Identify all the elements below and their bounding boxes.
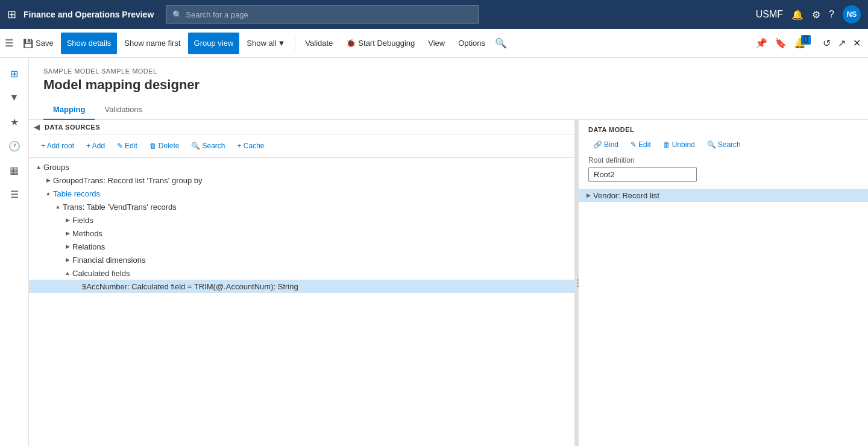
tree-item-methods[interactable]: ▶ Methods xyxy=(29,227,574,240)
start-debugging-button[interactable]: 🐞 Start Debugging xyxy=(340,33,421,54)
chevron-down-icon: ▼ xyxy=(277,39,285,48)
sidebar-item-recent[interactable]: 🕐 xyxy=(4,135,25,157)
root-definition-input[interactable] xyxy=(588,167,697,182)
cache-label: + Cache xyxy=(237,142,264,150)
data-model-toolbar: 🔗 Bind ✎ Edit 🗑 Unbind 🔍 xyxy=(588,138,858,151)
tree-item-trans[interactable]: ▲ Trans: Table 'VendTrans' records xyxy=(29,200,574,213)
tab-validations[interactable]: Validations xyxy=(95,100,152,120)
tree-item-grouped-trans[interactable]: ▶ GroupedTrans: Record list 'Trans' grou… xyxy=(29,174,574,187)
notification-count-icon[interactable]: 🔔0 xyxy=(791,35,818,51)
bind-icon: 🔗 xyxy=(593,140,602,149)
edit-icon: ✎ xyxy=(117,142,123,150)
tab-mapping[interactable]: Mapping xyxy=(43,100,95,120)
data-model-title: DATA MODEL xyxy=(588,126,858,133)
settings-icon[interactable]: ⚙ xyxy=(812,9,820,20)
relations-label: Relations xyxy=(72,242,105,251)
hamburger-icon[interactable]: ☰ xyxy=(5,37,13,49)
global-search-bar[interactable]: 🔍 xyxy=(166,5,479,24)
validate-button[interactable]: Validate xyxy=(299,33,339,54)
toggle-financial-dims[interactable]: ▶ xyxy=(63,255,72,265)
unbind-button[interactable]: 🗑 Unbind xyxy=(658,138,700,151)
bind-button[interactable]: 🔗 Bind xyxy=(588,138,623,151)
add-button[interactable]: + Add xyxy=(81,139,110,152)
show-details-button[interactable]: Show details xyxy=(61,33,118,54)
open-icon[interactable]: ↗ xyxy=(835,35,848,51)
global-search-input[interactable] xyxy=(186,10,473,19)
left-pane-toggle[interactable]: ◀ xyxy=(34,122,40,131)
tree-item-vendor[interactable]: ▶ Vendor: Record list xyxy=(579,189,868,202)
toggle-trans[interactable]: ▲ xyxy=(53,202,63,212)
toggle-fields[interactable]: ▶ xyxy=(63,215,72,225)
sidebar-item-filter[interactable]: ▼ xyxy=(4,87,25,108)
toggle-table-records[interactable]: ▲ xyxy=(43,189,53,198)
refresh-icon[interactable]: ↺ xyxy=(820,35,833,51)
save-button[interactable]: 💾 Save xyxy=(17,33,60,54)
tree-item-groups[interactable]: ▲ Groups xyxy=(29,160,574,174)
sidebar-item-workspace[interactable]: ▦ xyxy=(4,159,25,181)
dm-edit-button[interactable]: ✎ Edit xyxy=(626,138,656,151)
toggle-grouped-trans[interactable]: ▶ xyxy=(43,175,53,185)
search-button[interactable]: 🔍 Search xyxy=(186,139,230,152)
close-icon[interactable]: ✕ xyxy=(851,35,863,51)
options-label: Options xyxy=(458,39,485,48)
show-all-button[interactable]: Show all ▼ xyxy=(241,33,291,54)
group-view-button[interactable]: Group view xyxy=(188,33,240,54)
validate-label: Validate xyxy=(305,39,333,48)
notification-icon[interactable]: 🔔 xyxy=(791,9,804,20)
add-root-label: + Add root xyxy=(41,142,74,150)
page-title: Model mapping designer xyxy=(43,77,854,93)
methods-label: Methods xyxy=(72,229,102,238)
right-pane-header: DATA MODEL 🔗 Bind ✎ Edit 🗑 Unbind xyxy=(579,120,868,186)
tree-item-relations[interactable]: ▶ Relations xyxy=(29,240,574,253)
view-button[interactable]: View xyxy=(422,33,451,54)
financial-dims-label: Financial dimensions xyxy=(72,256,145,265)
cache-button[interactable]: + Cache xyxy=(232,139,269,152)
tree-item-table-records[interactable]: ▲ Table records xyxy=(29,187,574,200)
main-layout: ⊞ ▼ ★ 🕐 ▦ ☰ SAMPLE MODEL SAMPLE MODEL Mo… xyxy=(0,58,868,446)
toolbar: ☰ 💾 Save Show details Show name first Gr… xyxy=(0,29,868,58)
sidebar-item-list[interactable]: ☰ xyxy=(4,183,25,205)
notification-badge: 0 xyxy=(801,35,811,45)
toggle-vendor[interactable]: ▶ xyxy=(583,190,593,200)
add-label: + Add xyxy=(86,142,105,150)
save-label: Save xyxy=(36,39,54,48)
dm-search-label: Search xyxy=(718,140,741,149)
bookmark-icon[interactable]: 🔖 xyxy=(772,35,789,51)
add-root-button[interactable]: + Add root xyxy=(36,139,79,152)
edit-label: Edit xyxy=(125,142,137,150)
top-navigation: ⊞ Finance and Operations Preview 🔍 USMF … xyxy=(0,0,868,29)
table-records-label: Table records xyxy=(53,189,100,198)
delete-button[interactable]: 🗑 Delete xyxy=(145,139,184,152)
show-all-label: Show all xyxy=(247,39,276,48)
fields-label: Fields xyxy=(72,216,93,225)
toggle-relations[interactable]: ▶ xyxy=(63,242,72,251)
search-icon: 🔍 xyxy=(172,10,182,19)
toggle-groups[interactable]: ▲ xyxy=(34,162,43,172)
tree-item-financial-dims[interactable]: ▶ Financial dimensions xyxy=(29,253,574,266)
pin-icon[interactable]: 📌 xyxy=(753,35,770,51)
tree-item-calc-fields[interactable]: ▲ Calculated fields xyxy=(29,266,574,280)
data-sources-toolbar: + Add root + Add ✎ Edit 🗑 Delete 🔍 xyxy=(29,134,574,158)
show-name-first-button[interactable]: Show name first xyxy=(118,33,186,54)
tree-item-fields[interactable]: ▶ Fields xyxy=(29,213,574,227)
start-debugging-label: Start Debugging xyxy=(358,39,415,48)
show-name-first-label: Show name first xyxy=(124,39,180,48)
dm-search-button[interactable]: 🔍 Search xyxy=(702,138,746,151)
toggle-methods[interactable]: ▶ xyxy=(63,228,72,238)
user-label: USMF xyxy=(756,9,783,20)
edit-button[interactable]: ✎ Edit xyxy=(112,139,142,152)
options-button[interactable]: Options xyxy=(452,33,491,54)
help-icon[interactable]: ? xyxy=(829,9,834,20)
acc-number-label: $AccNumber: Calculated field = TRIM(@.Ac… xyxy=(82,282,298,291)
app-grid-icon[interactable]: ⊞ xyxy=(7,8,16,21)
toggle-calc-fields[interactable]: ▲ xyxy=(63,268,72,278)
sidebar-item-favorites[interactable]: ★ xyxy=(4,111,25,133)
dm-edit-icon: ✎ xyxy=(631,140,637,149)
save-icon: 💾 xyxy=(23,39,33,48)
avatar[interactable]: NS xyxy=(843,5,861,24)
toolbar-search-icon[interactable]: 🔍 xyxy=(495,37,507,49)
toolbar-right: 📌 🔖 🔔0 ↺ ↗ ✕ xyxy=(753,35,863,51)
content-area: SAMPLE MODEL SAMPLE MODEL Model mapping … xyxy=(29,58,868,446)
tree-item-acc-number[interactable]: $AccNumber: Calculated field = TRIM(@.Ac… xyxy=(29,280,574,293)
sidebar-item-home[interactable]: ⊞ xyxy=(4,63,25,84)
